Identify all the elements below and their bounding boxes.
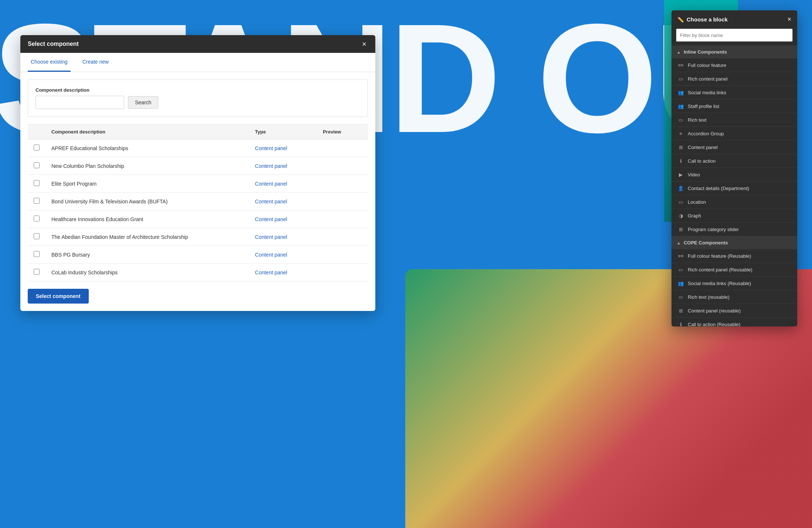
dialog-close-button[interactable]: × xyxy=(361,40,368,48)
row-checkbox-cell[interactable] xyxy=(28,193,45,210)
block-item-rich-content-panel[interactable]: ▭ Rich content panel xyxy=(671,72,797,86)
row-type[interactable]: Content panel xyxy=(249,139,317,157)
search-label: Component description xyxy=(35,87,360,93)
table-row: New Columbo Plan Scholarship Content pan… xyxy=(28,157,368,175)
table-row: The Abedian Foundation Master of Archite… xyxy=(28,228,368,246)
row-type-link[interactable]: Content panel xyxy=(255,181,287,187)
row-checkbox[interactable] xyxy=(34,251,40,257)
search-button[interactable]: Search xyxy=(128,96,158,109)
block-item-icon-graph: ◑ xyxy=(677,212,684,219)
block-item-icon-social-media-links-reusable: 👥 xyxy=(677,280,684,287)
row-type-link[interactable]: Content panel xyxy=(255,252,287,258)
row-preview xyxy=(317,246,368,264)
block-item-contact-details[interactable]: 👤 Contact details (Department) xyxy=(671,182,797,195)
col-checkbox xyxy=(28,125,45,139)
block-item-icon-call-to-action-reusable: ℹ xyxy=(677,321,684,326)
block-item-rich-text[interactable]: ▭ Rich text xyxy=(671,113,797,127)
dialog-tabs: Choose existing Create new xyxy=(20,53,375,72)
row-checkbox[interactable] xyxy=(34,162,40,168)
row-checkbox[interactable] xyxy=(34,216,40,221)
block-item-location[interactable]: ▭ Location xyxy=(671,195,797,209)
section-header-cope-components[interactable]: ▲ COPE Components xyxy=(671,236,797,249)
block-panel: ✏️ Choose a block × ▲ Inline Components … xyxy=(671,10,797,326)
block-item-label-rich-content-panel-reusable: Rich content panel (Reusable) xyxy=(688,267,752,273)
row-checkbox-cell[interactable] xyxy=(28,175,45,193)
block-item-icon-contact-details: 👤 xyxy=(677,185,684,192)
row-preview xyxy=(317,175,368,193)
block-item-call-to-action[interactable]: ℹ Call to action xyxy=(671,154,797,168)
row-description: CoLab Industry Scholarships xyxy=(45,264,249,281)
row-preview xyxy=(317,264,368,281)
row-description: APREF Educational Scholarships xyxy=(45,139,249,157)
row-checkbox-cell[interactable] xyxy=(28,228,45,246)
block-item-accordion-group[interactable]: ≡ Accordion Group xyxy=(671,127,797,141)
select-component-button[interactable]: Select component xyxy=(28,289,89,304)
row-type-link[interactable]: Content panel xyxy=(255,234,287,240)
block-item-label-rich-text: Rich text xyxy=(688,117,707,123)
block-item-rich-text-reusable[interactable]: ▭ Rich text (reusable) xyxy=(671,290,797,304)
row-type-link[interactable]: Content panel xyxy=(255,270,287,275)
row-checkbox[interactable] xyxy=(34,145,40,150)
block-item-video[interactable]: ▶ Video xyxy=(671,168,797,182)
row-description: BBS PG Bursary xyxy=(45,246,249,264)
row-type[interactable]: Content panel xyxy=(249,157,317,175)
block-item-label-social-media-links-reusable: Social media links (Reusable) xyxy=(688,281,751,286)
block-item-full-colour-feature-reusable[interactable]: ≡≡ Full colour feature (Reusable) xyxy=(671,249,797,263)
row-checkbox-cell[interactable] xyxy=(28,264,45,281)
block-item-icon-location: ▭ xyxy=(677,199,684,205)
row-checkbox[interactable] xyxy=(34,233,40,239)
row-type-link[interactable]: Content panel xyxy=(255,216,287,222)
row-checkbox-cell[interactable] xyxy=(28,157,45,175)
block-panel-close-button[interactable]: × xyxy=(787,16,791,23)
row-type-link[interactable]: Content panel xyxy=(255,163,287,169)
row-preview xyxy=(317,210,368,228)
row-type-link[interactable]: Content panel xyxy=(255,199,287,204)
row-checkbox[interactable] xyxy=(34,198,40,204)
row-type[interactable]: Content panel xyxy=(249,193,317,210)
block-item-staff-profile-list[interactable]: 👥 Staff profile list xyxy=(671,99,797,113)
block-item-call-to-action-reusable[interactable]: ℹ Call to action (Reusable) xyxy=(671,318,797,326)
row-type-link[interactable]: Content panel xyxy=(255,145,287,151)
row-checkbox-cell[interactable] xyxy=(28,246,45,264)
row-type[interactable]: Content panel xyxy=(249,210,317,228)
block-item-icon-rich-content-panel-reusable: ▭ xyxy=(677,266,684,273)
block-item-social-media-links[interactable]: 👥 Social media links xyxy=(671,86,797,99)
row-checkbox-cell[interactable] xyxy=(28,139,45,157)
block-item-icon-full-colour-feature: ≡≡ xyxy=(677,62,684,68)
search-input[interactable] xyxy=(35,96,124,109)
block-item-content-panel[interactable]: ⊞ Content panel xyxy=(671,141,797,154)
block-item-label-social-media-links: Social media links xyxy=(688,90,726,95)
block-item-label-staff-profile-list: Staff profile list xyxy=(688,104,719,109)
row-type[interactable]: Content panel xyxy=(249,246,317,264)
block-item-icon-content-panel: ⊞ xyxy=(677,144,684,150)
block-item-program-category-slider[interactable]: ⊞ Program category slider xyxy=(671,223,797,236)
table-row: Healthcare Innovations Education Grant C… xyxy=(28,210,368,228)
row-checkbox-cell[interactable] xyxy=(28,210,45,228)
block-item-full-colour-feature[interactable]: ≡≡ Full colour feature xyxy=(671,58,797,72)
block-item-label-contact-details: Contact details (Department) xyxy=(688,186,749,191)
section-header-inline-components[interactable]: ▲ Inline Components xyxy=(671,45,797,58)
block-item-social-media-links-reusable[interactable]: 👥 Social media links (Reusable) xyxy=(671,277,797,290)
block-item-graph[interactable]: ◑ Graph xyxy=(671,209,797,223)
row-checkbox[interactable] xyxy=(34,180,40,186)
tab-create-new[interactable]: Create new xyxy=(79,53,112,72)
row-type[interactable]: Content panel xyxy=(249,228,317,246)
block-search-input[interactable] xyxy=(676,28,793,42)
dialog-header: Select component × xyxy=(20,35,375,53)
col-preview: Preview xyxy=(317,125,368,139)
block-item-icon-call-to-action: ℹ xyxy=(677,158,684,164)
block-item-content-panel-reusable[interactable]: ⊞ Content panel (reusable) xyxy=(671,304,797,318)
table-row: BBS PG Bursary Content panel xyxy=(28,246,368,264)
table-row: Bond University Film & Television Awards… xyxy=(28,193,368,210)
block-item-label-full-colour-feature-reusable: Full colour feature (Reusable) xyxy=(688,253,751,259)
block-item-rich-content-panel-reusable[interactable]: ▭ Rich content panel (Reusable) xyxy=(671,263,797,277)
block-panel-header: ✏️ Choose a block × xyxy=(671,10,797,28)
row-type[interactable]: Content panel xyxy=(249,175,317,193)
tab-choose-existing[interactable]: Choose existing xyxy=(28,53,71,72)
block-item-icon-full-colour-feature-reusable: ≡≡ xyxy=(677,253,684,259)
search-row: Search xyxy=(35,96,360,109)
row-type[interactable]: Content panel xyxy=(249,264,317,281)
row-description: New Columbo Plan Scholarship xyxy=(45,157,249,175)
block-item-label-content-panel-reusable: Content panel (reusable) xyxy=(688,308,741,314)
row-checkbox[interactable] xyxy=(34,269,40,275)
